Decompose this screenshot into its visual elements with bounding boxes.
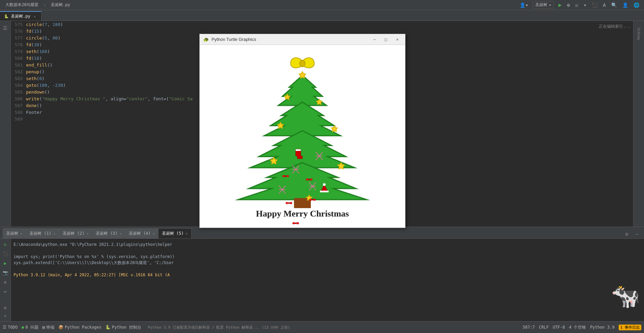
top-menubar: 大数据本20马耀星 › 圣诞树.py 👤▾ 圣诞树 ▾ ▶ ⚙ ☑ ▾ ⬛ A …: [0, 0, 644, 10]
terminal-loop-icon[interactable]: ∞: [1, 287, 9, 296]
terminal-content: ↻ ⬛ ▶ 📷 ⚙ ∞ ⚙ + E:\Anaconda\python.exe "…: [0, 239, 644, 321]
terminal-line-4: [14, 266, 641, 272]
status-indent[interactable]: 4 个空格: [569, 325, 586, 330]
user-dropdown[interactable]: 👤▾: [518, 2, 530, 8]
status-left: ☰ TODO ● 0 问题 ▤ 终端 📦 Python Packages 🐍 P…: [3, 325, 141, 330]
status-python-packages[interactable]: 📦 Python Packages: [58, 325, 101, 330]
status-encoding-label: UTF-8: [553, 325, 565, 330]
scview-icon[interactable]: ScView: [635, 24, 643, 44]
status-console-icon: 🐍: [105, 325, 110, 330]
status-linesep[interactable]: CRLF: [539, 325, 549, 330]
menu-project[interactable]: 大数据本20马耀星: [3, 2, 41, 8]
status-problems-icon: ●: [22, 325, 24, 330]
terminal-tab-close-4[interactable]: ✕: [153, 232, 155, 235]
turtle-minimize-btn[interactable]: −: [370, 36, 379, 43]
turtle-maximize-btn[interactable]: □: [381, 36, 390, 43]
status-terminal[interactable]: ▤ 终端: [43, 325, 54, 330]
status-todo[interactable]: ☰ TODO: [3, 325, 18, 330]
status-event-log[interactable]: 1 事件日志: [619, 325, 641, 330]
event-log-badge: 1 事件日志: [619, 325, 641, 330]
status-linesep-label: CRLF: [539, 325, 549, 330]
status-problems[interactable]: ● 0 问题: [22, 325, 39, 330]
terminal-tab-label-1: 圣诞树 (1): [29, 231, 51, 236]
status-todo-label: TODO: [8, 325, 18, 330]
terminal-tab-close-5[interactable]: ✕: [186, 232, 188, 235]
terminal-tab-label-2: 圣诞树 (2): [63, 231, 84, 236]
turtle-titlebar: 🐢 Python Turtle Graphics − □ ×: [200, 34, 405, 45]
cow-image: 🐄: [609, 279, 642, 313]
terminal-tab-1[interactable]: 圣诞树 (1) ✕: [26, 228, 59, 238]
terminal-tab-3[interactable]: 圣诞树 (3) ✕: [92, 228, 125, 238]
terminal-tab-close-2[interactable]: ✕: [86, 232, 89, 235]
status-python-console[interactable]: 🐍 Python 控制台: [105, 325, 141, 330]
terminal-line-5: Python 3.9.12 (main, Apr 4 2022, 05:22:2…: [14, 272, 641, 278]
terminal-line-2: import sys; print('Python %s on %s' % (s…: [14, 254, 641, 260]
code-line-576: 576 fd(15): [11, 28, 633, 34]
terminal-stop-icon[interactable]: ⬛: [1, 250, 9, 258]
top-right-icons: 👤▾ 圣诞树 ▾ ▶ ⚙ ☑ ▾ ⬛ A 🔍 👤 🌐: [518, 1, 641, 9]
run-config[interactable]: 圣诞树 ▾: [533, 1, 553, 9]
status-packages-label: Python Packages: [65, 325, 101, 330]
terminal-tab-label-4: 圣诞树 (4): [129, 231, 151, 236]
status-encoding[interactable]: UTF-8: [553, 325, 565, 330]
code-line-575: 575 circle(7, 180): [11, 21, 633, 28]
terminal-tab-0[interactable]: 圣诞树 ✕: [3, 228, 26, 238]
status-terminal-icon: ▤: [43, 325, 45, 330]
refresh-button[interactable]: ⚙: [565, 2, 572, 8]
tab-icon: 🐍: [4, 14, 9, 19]
status-position-label: 587:7: [523, 325, 535, 330]
turtle-close-btn[interactable]: ×: [393, 36, 402, 43]
terminal-tab-label-0: 圣诞树: [6, 231, 18, 236]
terminal-gear-icon[interactable]: ⚙: [1, 278, 9, 286]
turtle-window: 🐢 Python Turtle Graphics − □ ×: [199, 34, 405, 228]
status-indent-label: 4 个空格: [569, 325, 586, 330]
status-python-ver[interactable]: Python 3.9: [590, 325, 615, 330]
tab-bar: 🐍 圣诞树.py ✕: [0, 10, 644, 21]
terminal-tab-2[interactable]: 圣诞树 (2) ✕: [59, 228, 92, 238]
terminal-line-0: E:\Anaconda\python.exe "D:\PyCharm 2021.…: [14, 241, 641, 248]
terminal-left-icons: ↻ ⬛ ▶ 📷 ⚙ ∞ ⚙ +: [0, 239, 11, 321]
editor-tab-active[interactable]: 🐍 圣诞树.py ✕: [0, 11, 42, 21]
terminal-run-icon[interactable]: ↻: [1, 240, 9, 248]
run-config-arrow: ▾: [549, 3, 551, 7]
terminal-add-icon[interactable]: +: [1, 312, 9, 320]
status-packages-icon: 📦: [58, 325, 64, 330]
globe-button[interactable]: 🌐: [631, 2, 641, 8]
terminal-tab-5[interactable]: 圣诞树 (5) ✕: [158, 228, 192, 238]
turtle-canvas: [200, 45, 405, 228]
right-sidebar: ScView: [633, 21, 644, 227]
editor-status: 正在编辑索引...: [599, 24, 630, 29]
status-problems-label: 0 问题: [25, 325, 38, 330]
sidebar-folder-icon[interactable]: ☰: [1, 24, 10, 32]
breadcrumb-sep: ›: [43, 3, 46, 7]
terminal-text[interactable]: E:\Anaconda\python.exe "D:\PyCharm 2021.…: [11, 239, 644, 321]
terminal-tab-4[interactable]: 圣诞树 (4) ✕: [125, 228, 158, 238]
search-button[interactable]: 🔍: [609, 2, 619, 8]
run-config-label: 圣诞树: [535, 2, 547, 8]
terminal-tab-label-3: 圣诞树 (3): [96, 231, 118, 236]
more-run-button[interactable]: ▾: [581, 2, 588, 8]
terminal-cam-icon[interactable]: 📷: [1, 268, 9, 277]
coverage-button[interactable]: ☑: [573, 2, 580, 8]
terminal-tab-label-5: 圣诞树 (5): [162, 231, 184, 236]
tab-label: 圣诞树.py: [11, 14, 30, 19]
terminal-play-icon[interactable]: ▶: [1, 259, 9, 267]
terminal-tab-close-1[interactable]: ✕: [53, 232, 55, 235]
bottom-panel: 圣诞树 ✕ 圣诞树 (1) ✕ 圣诞树 (2) ✕ 圣诞树 (3) ✕ 圣诞树 …: [0, 227, 644, 321]
terminal-settings2-icon[interactable]: ⚙: [1, 304, 9, 312]
terminal-minimize-icon[interactable]: −: [633, 230, 641, 238]
run-button[interactable]: ▶: [556, 1, 564, 9]
tab-close-btn[interactable]: ✕: [32, 14, 37, 19]
avatar-button[interactable]: 👤: [620, 2, 630, 8]
stop-button[interactable]: ⬛: [590, 2, 600, 8]
terminal-line-3: sys.path.extend(['C:\\Users\\l\\Desktop\…: [14, 260, 641, 266]
terminal-tab-close-0[interactable]: ✕: [20, 232, 22, 235]
translate-button[interactable]: A: [601, 2, 608, 8]
left-sidebar: ☰: [0, 21, 11, 227]
turtle-title-text: Python Turtle Graphics: [212, 37, 367, 42]
terminal-settings-icon[interactable]: ⚙: [622, 230, 631, 238]
breadcrumb: 大数据本20马耀星 › 圣诞树.py: [3, 2, 518, 8]
terminal-tab-close-3[interactable]: ✕: [120, 232, 122, 235]
status-position[interactable]: 587:7: [523, 325, 535, 330]
menu-file[interactable]: 圣诞树.py: [48, 2, 73, 8]
